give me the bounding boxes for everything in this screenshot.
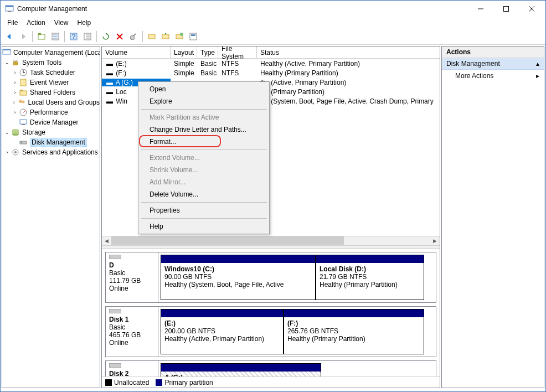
expand-icon[interactable]: › xyxy=(11,80,19,85)
collapse-icon[interactable]: ⌄ xyxy=(3,130,11,135)
cm-properties[interactable]: Properties xyxy=(140,204,268,216)
view-list-button[interactable] xyxy=(81,30,94,43)
volume-scrollbar[interactable]: ◀ ▶ xyxy=(102,236,440,245)
properties-button[interactable] xyxy=(49,30,62,43)
tool-a-button[interactable] xyxy=(145,30,158,43)
tool-b-button[interactable] xyxy=(159,30,172,43)
cm-format[interactable]: Format... xyxy=(140,136,268,148)
menu-help[interactable]: Help xyxy=(73,18,96,28)
tree-services[interactable]: › Services and Applications xyxy=(2,147,100,157)
tree-system-tools[interactable]: ⌄ System Tools xyxy=(2,58,100,68)
volume-row[interactable]: ▬ (E:)SimpleBasicNTFSHealthy (Active, Pr… xyxy=(102,59,440,68)
action-more[interactable]: More Actions ▸ xyxy=(442,70,544,82)
menu-file[interactable]: File xyxy=(3,18,22,28)
settings-button[interactable] xyxy=(127,30,140,43)
cm-extend[interactable]: Extend Volume... xyxy=(140,152,268,164)
maximize-button[interactable] xyxy=(493,1,519,17)
cm-shrink[interactable]: Shrink Volume... xyxy=(140,164,268,176)
svg-rect-27 xyxy=(190,33,197,40)
expand-icon[interactable]: › xyxy=(11,90,19,95)
collapse-icon: ▴ xyxy=(536,60,539,68)
volume-header: Volume Layout Type File System Status xyxy=(102,47,440,59)
users-icon xyxy=(17,98,26,107)
collapse-icon[interactable]: ⌄ xyxy=(3,60,11,65)
disk-info[interactable]: Disk 2Removable3.66 GBOnline xyxy=(106,361,158,377)
svg-rect-30 xyxy=(3,49,11,50)
help-button[interactable]: ? xyxy=(67,30,80,43)
menu-view[interactable]: View xyxy=(50,18,73,28)
context-menu: Open Explore Mark Partition as Active Ch… xyxy=(138,81,270,234)
back-button[interactable] xyxy=(3,30,16,43)
svg-rect-42 xyxy=(20,120,27,124)
tree-task-scheduler[interactable]: › Task Scheduler xyxy=(2,68,100,78)
svg-point-46 xyxy=(12,133,19,136)
storage-icon xyxy=(11,128,20,137)
folder-icon xyxy=(19,88,28,97)
actions-header: Actions xyxy=(442,47,544,58)
partition[interactable]: Local Disk (D:)21.79 GB NTFSHealthy (Pri… xyxy=(316,255,424,300)
cm-change-letter[interactable]: Change Drive Letter and Paths... xyxy=(140,123,268,136)
menubar: File Action View Help xyxy=(1,17,545,28)
tree-storage[interactable]: ⌄ Storage xyxy=(2,127,100,137)
close-button[interactable] xyxy=(519,1,544,17)
svg-point-39 xyxy=(22,101,24,104)
legend: Unallocated Primary partition xyxy=(102,376,440,388)
col-fs[interactable]: File System xyxy=(218,47,257,58)
partition[interactable]: (F:)265.76 GB NTFSHealthy (Primary Parti… xyxy=(284,309,424,354)
menu-action[interactable]: Action xyxy=(22,18,49,28)
volume-row[interactable]: ▬ (F:)SimpleBasicNTFSHealthy (Primary Pa… xyxy=(102,68,440,78)
expand-icon[interactable]: › xyxy=(11,70,19,75)
tree-local-users[interactable]: › Local Users and Groups xyxy=(2,97,100,107)
col-status[interactable]: Status xyxy=(257,47,440,58)
disk-info[interactable]: Disk 1Basic465.76 GBOnline xyxy=(106,307,158,357)
disk-area: DBasic111.79 GBOnlineWindows10 (C:)90.00… xyxy=(102,249,440,377)
cm-help[interactable]: Help xyxy=(140,220,268,233)
tree-shared-folders[interactable]: › Shared Folders xyxy=(2,87,100,97)
tree-root[interactable]: Computer Management (Local xyxy=(2,48,100,58)
col-volume[interactable]: Volume xyxy=(102,47,171,58)
app-icon xyxy=(5,4,14,13)
svg-point-48 xyxy=(21,142,22,143)
svg-rect-53 xyxy=(109,363,121,368)
expand-icon[interactable]: › xyxy=(11,110,19,115)
partition[interactable]: Windows10 (C:)90.00 GB NTFSHealthy (Syst… xyxy=(161,255,316,300)
swatch-primary xyxy=(156,379,162,386)
svg-rect-24 xyxy=(162,34,169,39)
cm-mirror[interactable]: Add Mirror... xyxy=(140,176,268,188)
svg-rect-35 xyxy=(20,79,26,86)
svg-rect-31 xyxy=(13,61,18,65)
disk-icon xyxy=(19,138,28,147)
tree-device-manager[interactable]: Device Manager xyxy=(2,117,100,127)
svg-rect-23 xyxy=(148,34,155,39)
tree-performance[interactable]: › Performance xyxy=(2,107,100,117)
actions-section[interactable]: Disk Management ▴ xyxy=(442,58,544,70)
actions-panel: Actions Disk Management ▴ More Actions ▸ xyxy=(441,46,544,388)
tree-disk-management[interactable]: Disk Management xyxy=(2,137,100,147)
cm-mark-active[interactable]: Mark Partition as Active xyxy=(140,111,268,123)
col-layout[interactable]: Layout xyxy=(171,47,197,58)
forward-button[interactable] xyxy=(17,30,30,43)
cm-explore[interactable]: Explore xyxy=(140,95,268,107)
partition[interactable]: A (G:)3.65 GB FAT32Healthy (Active, Prim… xyxy=(161,363,321,377)
svg-rect-52 xyxy=(109,309,121,313)
cm-open[interactable]: Open xyxy=(140,83,268,95)
swatch-unallocated xyxy=(105,379,112,386)
refresh-button[interactable] xyxy=(99,30,112,43)
tool-d-button[interactable] xyxy=(187,30,200,43)
services-icon xyxy=(11,148,20,157)
col-type[interactable]: Type xyxy=(197,47,218,58)
svg-rect-47 xyxy=(20,141,27,144)
minimize-button[interactable] xyxy=(468,1,493,17)
up-button[interactable] xyxy=(35,30,48,43)
tool-c-button[interactable] xyxy=(173,30,186,43)
partition[interactable]: (E:)200.00 GB NTFSHealthy (Active, Prima… xyxy=(161,309,284,354)
expand-icon[interactable]: › xyxy=(3,149,11,155)
expand-icon[interactable]: › xyxy=(11,100,17,105)
svg-rect-37 xyxy=(20,90,23,91)
performance-icon xyxy=(19,108,28,117)
delete-button[interactable] xyxy=(113,30,126,43)
tree-event-viewer[interactable]: › Event Viewer xyxy=(2,78,100,87)
svg-rect-51 xyxy=(109,255,121,259)
disk-info[interactable]: DBasic111.79 GBOnline xyxy=(106,252,158,302)
cm-delete[interactable]: Delete Volume... xyxy=(140,188,268,200)
